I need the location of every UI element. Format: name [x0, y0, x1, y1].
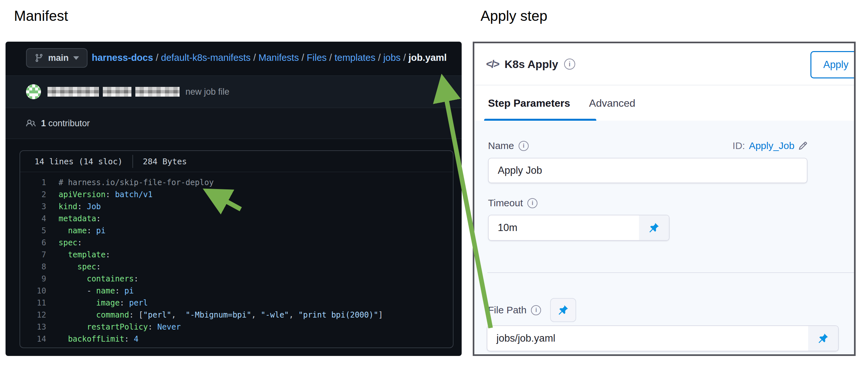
file-path-pin-segment[interactable]	[808, 326, 838, 351]
breadcrumb-segment[interactable]: harness-docs	[92, 52, 153, 63]
code-text: name: pi	[59, 226, 106, 235]
code-text: - name: pi	[59, 286, 134, 296]
file-size-stat: 284 Bytes	[143, 157, 187, 166]
tab-step-parameters[interactable]: Step Parameters	[488, 97, 570, 109]
step-tabs: Step Parameters Advanced	[474, 85, 854, 121]
step-info-icon[interactable]: i	[564, 59, 575, 70]
file-lines-stat: 14 lines (14 sloc)	[34, 157, 123, 166]
code-line: 6spec:	[20, 237, 453, 249]
code-text: apiVersion: batch/v1	[59, 190, 153, 199]
breadcrumb-separator: /	[299, 52, 307, 63]
manifest-heading: Manifest	[14, 8, 68, 24]
code-step-icon: </>	[486, 58, 499, 70]
commit-message: new job file	[185, 87, 229, 97]
line-number[interactable]: 3	[20, 201, 59, 213]
code-text: # harness.io/skip-file-for-deploy	[59, 178, 214, 187]
breadcrumb-separator: /	[401, 52, 408, 63]
latest-commit-row: new job file	[5, 75, 462, 108]
branch-name: main	[48, 53, 69, 63]
code-line: 3kind: Job	[20, 201, 453, 213]
name-label-group: Name i	[488, 140, 529, 151]
redacted-username	[48, 87, 180, 97]
chevron-down-icon	[73, 56, 79, 60]
line-number[interactable]: 11	[20, 297, 59, 309]
code-text: command: ["perl", "-Mbignum=bpi", "-wle"…	[59, 310, 383, 319]
tab-advanced[interactable]: Advanced	[589, 97, 636, 109]
file-path-pin-button[interactable]	[550, 298, 576, 322]
breadcrumb-segment[interactable]: templates	[335, 52, 375, 63]
page: Manifest Apply step main harness-docs / …	[0, 0, 868, 367]
id-link[interactable]: Apply_Job	[749, 140, 795, 151]
file-path-input[interactable]: jobs/job.yaml	[487, 325, 839, 351]
edit-pencil-icon[interactable]	[798, 141, 807, 150]
code-text: metadata:	[59, 214, 101, 223]
id-prefix: ID:	[733, 140, 745, 151]
breadcrumb: harness-docs / default-k8s-manifests / M…	[92, 42, 447, 73]
step-parameters-form: Name i ID: Apply_Job Apply Job Timeout i…	[474, 121, 854, 354]
line-number[interactable]: 10	[20, 285, 59, 297]
code-text: spec:	[59, 238, 82, 247]
file-path-label-group: File Path i	[488, 305, 541, 315]
line-number[interactable]: 5	[20, 225, 59, 237]
code-line: 4metadata:	[20, 213, 453, 225]
code-line: 10 - name: pi	[20, 285, 453, 297]
file-path-label: File Path	[488, 305, 526, 315]
breadcrumb-segment[interactable]: default-k8s-manifests	[161, 52, 251, 63]
line-number[interactable]: 1	[20, 177, 59, 189]
apply-button[interactable]: Apply	[810, 51, 856, 79]
file-path-label-row: File Path i	[488, 298, 576, 322]
id-group: ID: Apply_Job	[733, 140, 807, 151]
pin-icon	[648, 222, 660, 234]
breadcrumb-separator: /	[153, 52, 161, 63]
code-line: 5 name: pi	[20, 225, 453, 237]
contributor-count: 1	[41, 118, 46, 128]
code-lines: 1# harness.io/skip-file-for-deploy2apiVe…	[20, 172, 453, 345]
code-text: containers:	[59, 274, 138, 283]
timeout-info-icon[interactable]: i	[527, 198, 537, 208]
avatar[interactable]	[26, 84, 41, 99]
code-text: kind: Job	[59, 202, 101, 211]
name-label: Name	[488, 140, 514, 151]
stats-divider	[132, 155, 133, 168]
code-line: 2apiVersion: batch/v1	[20, 189, 453, 201]
code-line: 13 restartPolicy: Never	[20, 321, 453, 333]
code-line: 12 command: ["perl", "-Mbignum=bpi", "-w…	[20, 309, 453, 321]
breadcrumb-segment[interactable]: Files	[307, 52, 327, 63]
name-value: Apply Job	[489, 158, 807, 183]
code-line: 9 containers:	[20, 273, 453, 285]
line-number[interactable]: 12	[20, 309, 59, 321]
k8s-apply-step-panel: </> K8s Apply i Apply Step Parameters Ad…	[473, 42, 856, 356]
line-number[interactable]: 7	[20, 249, 59, 261]
pin-icon	[557, 304, 569, 316]
breadcrumb-segment[interactable]: job.yaml	[409, 52, 447, 63]
timeout-input[interactable]: 10m	[488, 215, 670, 241]
line-number[interactable]: 14	[20, 333, 59, 345]
code-text: spec:	[59, 262, 101, 271]
timeout-pin-segment[interactable]	[639, 215, 669, 240]
contributors-row[interactable]: 1 contributor	[5, 108, 462, 139]
step-header: </> K8s Apply i Apply	[474, 43, 854, 85]
timeout-value: 10m	[489, 215, 639, 240]
code-text: template:	[59, 250, 110, 259]
name-info-icon[interactable]: i	[519, 141, 529, 151]
section-divider	[487, 272, 854, 273]
breadcrumb-separator: /	[250, 52, 258, 63]
branch-selector-button[interactable]: main	[26, 48, 88, 68]
line-number[interactable]: 6	[20, 237, 59, 249]
line-number[interactable]: 9	[20, 273, 59, 285]
git-branch-icon	[34, 53, 43, 62]
line-number[interactable]: 2	[20, 189, 59, 201]
line-number[interactable]: 4	[20, 213, 59, 225]
apply-step-heading: Apply step	[480, 8, 547, 24]
github-file-panel: main harness-docs / default-k8s-manifest…	[5, 42, 462, 356]
line-number[interactable]: 13	[20, 321, 59, 333]
breadcrumb-segment[interactable]: jobs	[383, 52, 401, 63]
people-icon	[26, 118, 36, 128]
breadcrumb-segment[interactable]: Manifests	[259, 52, 299, 63]
line-number[interactable]: 8	[20, 261, 59, 273]
timeout-label-group: Timeout i	[488, 197, 537, 209]
code-line: 8 spec:	[20, 261, 453, 273]
file-stats-bar: 14 lines (14 sloc) 284 Bytes	[20, 151, 453, 172]
file-path-info-icon[interactable]: i	[531, 305, 541, 315]
name-input[interactable]: Apply Job	[488, 158, 807, 183]
